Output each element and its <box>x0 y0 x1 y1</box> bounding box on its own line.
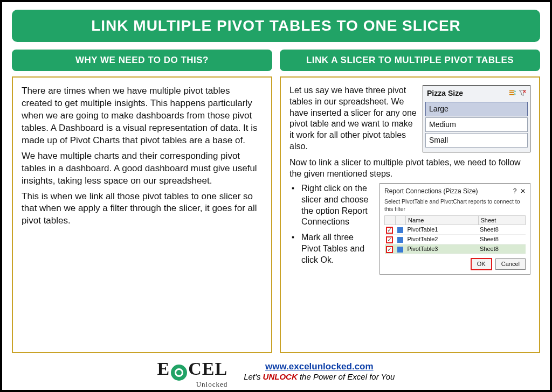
checkbox-icon[interactable] <box>387 227 392 233</box>
slicer-option-medium[interactable]: Medium <box>425 117 528 132</box>
tag-unlock: UNLOCK <box>263 372 298 381</box>
cancel-button[interactable]: Cancel <box>495 258 526 270</box>
right-intro-row: Let us say we have three pivot tables in… <box>289 85 530 152</box>
step-2: Mark all three Pivot Tables and click Ok… <box>292 232 374 265</box>
steps-row: Right click on the slicer and choose the… <box>289 183 530 275</box>
left-paragraph-3: This is when we link all those pivot tab… <box>22 191 263 228</box>
checkbox-icon[interactable] <box>387 247 392 253</box>
ok-button[interactable]: OK <box>471 258 492 270</box>
dialog-subtitle: Select PivotTable and PivotChart reports… <box>384 198 526 213</box>
dialog-header-name: Name <box>406 215 479 225</box>
slicer-option-large[interactable]: Large <box>425 102 528 116</box>
dialog-row2-name: PivotTable2 <box>406 235 479 244</box>
step-1: Right click on the slicer and choose the… <box>292 183 374 228</box>
dialog-row3-sheet: Sheet8 <box>478 244 525 254</box>
logo-key-icon <box>171 365 187 381</box>
right-heading: LINK A SLICER TO MULTIPLE PIVOT TABLES <box>280 50 540 71</box>
steps-list: Right click on the slicer and choose the… <box>289 183 374 275</box>
clear-filter-icon[interactable] <box>519 89 526 97</box>
dialog-title: Report Connections (Pizza Size) <box>384 187 478 195</box>
footer-text: www.excelunlocked.com Let's UNLOCK the P… <box>244 361 395 381</box>
logo-e: E <box>157 359 170 379</box>
dialog-title-bar: Report Connections (Pizza Size) ? ✕ <box>384 187 526 195</box>
left-content: There are times when we have multiple pi… <box>12 76 272 353</box>
left-paragraph-2: We have multiple charts and their corres… <box>22 150 263 187</box>
dialog-help-icon[interactable]: ? ✕ <box>513 187 526 195</box>
footer: E CEL Unlocked www.excelunlocked.com Let… <box>12 353 540 386</box>
slicer-title: Pizza Size <box>427 88 463 99</box>
multi-select-icon[interactable] <box>509 89 516 97</box>
pivot-icon <box>397 247 403 253</box>
columns: WHY WE NEED TO DO THIS? There are times … <box>12 50 540 353</box>
dialog-row-1[interactable]: PivotTable1 Sheet8 <box>385 225 526 235</box>
tag-pre: Let's <box>244 372 263 381</box>
left-heading: WHY WE NEED TO DO THIS? <box>12 50 272 71</box>
tag-post: the Power of Excel for You <box>298 372 395 381</box>
pivot-icon <box>397 237 403 243</box>
dialog-row-2[interactable]: PivotTable2 Sheet8 <box>385 235 526 244</box>
dialog-row2-sheet: Sheet8 <box>478 235 525 244</box>
svg-rect-0 <box>509 90 514 92</box>
dialog-row1-name: PivotTable1 <box>406 225 479 235</box>
pivot-icon <box>397 227 403 233</box>
page-title: LINK MULTIPLE PIVOT TABLES TO ONE SLICER <box>12 10 540 42</box>
left-paragraph-1: There are times when we have multiple pi… <box>22 85 263 147</box>
dialog-row3-name: PivotTable3 <box>406 244 479 254</box>
logo-sub: Unlocked <box>158 380 228 389</box>
dialog-buttons: OK Cancel <box>384 258 526 270</box>
checkbox-icon[interactable] <box>387 237 392 243</box>
right-content: Let us say we have three pivot tables in… <box>280 76 540 353</box>
slicer-panel[interactable]: Pizza Size Large Medium Small <box>423 85 530 152</box>
dialog-row1-sheet: Sheet8 <box>478 225 525 235</box>
dialog-header-sheet: Sheet <box>478 215 525 225</box>
slicer-option-small[interactable]: Small <box>425 133 528 148</box>
svg-rect-2 <box>509 94 514 95</box>
dialog-row-3[interactable]: PivotTable3 Sheet8 <box>385 244 526 254</box>
logo: E CEL Unlocked <box>157 359 228 383</box>
dialog-header-row: Name Sheet <box>385 215 526 225</box>
right-column: LINK A SLICER TO MULTIPLE PIVOT TABLES L… <box>280 50 540 353</box>
left-column: WHY WE NEED TO DO THIS? There are times … <box>12 50 272 353</box>
right-intro-text: Let us say we have three pivot tables in… <box>289 85 417 152</box>
footer-tagline: Let's UNLOCK the Power of Excel for You <box>244 372 395 381</box>
right-bridge-text: Now to link a slicer to multiple pivot t… <box>289 157 530 180</box>
dialog-table: Name Sheet PivotTable1 Sheet8 Pi <box>384 215 526 254</box>
logo-cel: CEL <box>188 359 227 379</box>
footer-url[interactable]: www.excelunlocked.com <box>244 361 395 372</box>
svg-rect-1 <box>509 93 514 94</box>
report-connections-dialog[interactable]: Report Connections (Pizza Size) ? ✕ Sele… <box>380 183 530 275</box>
slicer-header: Pizza Size <box>425 87 528 101</box>
